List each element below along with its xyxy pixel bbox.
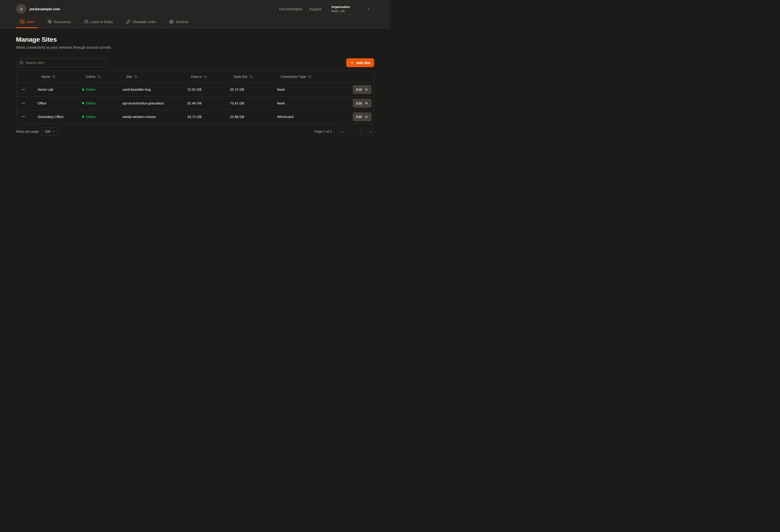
tab-users-roles-label: Users & Roles	[91, 20, 113, 24]
cell-name: Home Lab	[35, 88, 79, 91]
page-status: Page 1 of 1	[314, 130, 332, 133]
plus-icon	[350, 61, 354, 65]
nav-tabs: Sites Resources Users & Roles Sharable L…	[16, 15, 374, 28]
cell-connection-type: WireGuard	[274, 115, 324, 119]
table-row: Home Lab Online used-boxelder-bug 12.02 …	[16, 83, 374, 96]
column-header-name-label: Name	[42, 75, 51, 79]
page-subtitle: Allow connectivity to your network throu…	[16, 45, 374, 50]
row-actions-cell	[16, 114, 35, 119]
main-content: Manage Sites Allow connectivity to your …	[16, 28, 374, 136]
previous-page-button[interactable]	[348, 128, 355, 135]
sort-icon	[308, 75, 311, 78]
user-email: joe@example.com	[30, 7, 60, 11]
online-status-text: Online	[86, 101, 96, 105]
sort-icon	[52, 75, 55, 78]
cell-connection-type: Newt	[274, 101, 324, 105]
support-link[interactable]: Support	[309, 7, 322, 11]
edit-button[interactable]: Edit	[353, 85, 372, 94]
search-input[interactable]	[26, 61, 102, 64]
cell-name: Secondary Office	[35, 115, 79, 119]
sites-table: Name Online Site Data In Data Out	[16, 70, 374, 124]
table-header-row: Name Online Site Data In Data Out	[16, 70, 374, 83]
search-icon	[19, 61, 23, 65]
header: J joe@example.com Documentation Support …	[0, 0, 390, 28]
tab-sharable-links-label: Sharable Links	[133, 20, 156, 24]
cell-site: apt-acrochordus-granulatus	[120, 101, 185, 105]
org-selector[interactable]: Organization Main Lab	[328, 3, 374, 15]
cell-data-out: 33.72 GB	[227, 88, 274, 91]
column-header-data-out-label: Data Out	[234, 75, 247, 79]
avatar-initial: J	[20, 7, 22, 11]
tab-general[interactable]: General	[165, 15, 192, 28]
tab-users-roles[interactable]: Users & Roles	[80, 15, 117, 28]
rows-per-page-select[interactable]: 100	[42, 127, 58, 136]
column-header-connection-type[interactable]: Connection Type	[274, 75, 324, 79]
page-title: Manage Sites	[16, 36, 374, 43]
next-page-button[interactable]	[357, 128, 365, 135]
cell-data-in: 92.46 GB	[185, 101, 227, 105]
column-header-name[interactable]: Name	[35, 75, 79, 79]
sort-icon	[97, 75, 100, 78]
add-site-label: Add Site	[356, 61, 371, 65]
edit-button[interactable]: Edit	[353, 99, 372, 108]
chevron-left-icon	[350, 130, 354, 133]
column-header-data-in[interactable]: Data In	[185, 75, 227, 79]
edit-button[interactable]: Edit	[353, 112, 372, 121]
tab-sites[interactable]: Sites	[16, 15, 38, 28]
add-site-button[interactable]: Add Site	[346, 58, 374, 67]
row-actions-cell	[16, 87, 35, 93]
chevron-right-icon	[359, 130, 363, 133]
column-header-site[interactable]: Site	[120, 75, 185, 79]
column-header-online[interactable]: Online	[79, 75, 120, 79]
avatar[interactable]: J	[16, 4, 26, 14]
chevrons-left-icon	[341, 130, 344, 133]
rows-per-page-label: Rows per page	[16, 130, 39, 133]
sort-icon	[204, 75, 207, 78]
edit-button-label: Edit	[356, 101, 362, 105]
table-row: Secondary Office Online wordy-western-mo…	[16, 110, 374, 123]
online-status-dot	[82, 102, 84, 104]
cell-data-in: 12.02 GB	[185, 88, 227, 91]
row-menu-button[interactable]	[20, 114, 26, 119]
user-menu[interactable]: J joe@example.com	[16, 4, 60, 14]
row-menu-button[interactable]	[20, 87, 26, 93]
cell-connection-type: Newt	[274, 88, 324, 91]
app-root: J joe@example.com Documentation Support …	[0, 0, 390, 136]
column-header-data-out[interactable]: Data Out	[227, 75, 274, 79]
link-icon	[126, 19, 131, 24]
column-header-online-label: Online	[86, 75, 96, 79]
pager: Page 1 of 1	[314, 128, 374, 135]
rows-per-page: Rows per page 100	[16, 127, 58, 136]
cell-site: wordy-western-mouse	[120, 115, 185, 119]
ellipsis-icon	[21, 88, 26, 92]
cell-online: Online	[79, 101, 120, 105]
tab-sharable-links[interactable]: Sharable Links	[122, 15, 159, 28]
cell-online: Online	[79, 115, 120, 119]
cell-site: used-boxelder-bug	[120, 88, 185, 91]
cell-data-out: 73.91 GB	[227, 101, 274, 105]
tab-resources[interactable]: Resources	[44, 15, 75, 28]
first-page-button[interactable]	[339, 128, 346, 135]
last-page-button[interactable]	[367, 128, 374, 135]
column-header-site-label: Site	[126, 75, 132, 79]
arrow-right-icon	[364, 115, 368, 119]
chevron-down-icon	[52, 130, 55, 133]
online-status-text: Online	[86, 88, 96, 91]
cell-data-out: 22.88 GB	[227, 115, 274, 119]
column-header-connection-type-label: Connection Type	[281, 75, 306, 79]
column-header-data-in-label: Data In	[191, 75, 202, 79]
org-selector-texts: Organization Main Lab	[332, 5, 361, 13]
documentation-link[interactable]: Documentation	[279, 7, 303, 11]
row-menu-button[interactable]	[20, 100, 26, 106]
gear-icon	[169, 19, 174, 24]
table-footer: Rows per page 100 Page 1 of 1	[16, 127, 374, 136]
waypoints-icon	[47, 19, 52, 24]
arrow-right-icon	[364, 101, 368, 105]
chevrons-right-icon	[369, 130, 372, 133]
cell-name: Office	[35, 101, 79, 105]
tab-resources-label: Resources	[54, 20, 71, 24]
toolbar: Add Site	[16, 58, 374, 67]
cell-edit: Edit	[324, 99, 374, 108]
search-box	[16, 58, 106, 67]
cell-edit: Edit	[324, 112, 374, 121]
